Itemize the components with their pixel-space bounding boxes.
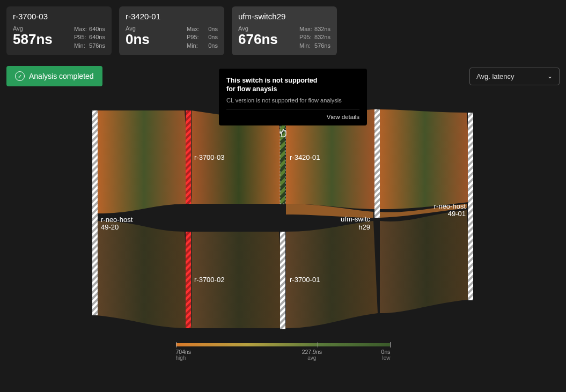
label-r-neo-host-49-20-l1: r-neo-host (101, 216, 133, 224)
tooltip-subtitle: CL version is not supported for flow ana… (226, 97, 359, 109)
max-value: 832ns (314, 25, 330, 33)
stat-title: r-3700-03 (13, 12, 105, 21)
min-label: Min: (74, 42, 85, 50)
min-label: Min: (299, 42, 311, 50)
label-r-neo-host-49-20-l2: 49-20 (101, 223, 119, 231)
legend-low-label: low (381, 355, 391, 361)
label-r-neo-host-49-01-l1: r-neo-host (434, 202, 466, 210)
node-r-3420-01[interactable] (280, 123, 285, 204)
analysis-status-pill: ✓ Analysis completed (6, 66, 102, 86)
label-r-neo-host-49-01-l2: 49-01 (448, 210, 466, 218)
label-r-3420-01: r-3420-01 (290, 153, 320, 161)
label-r-3700-03: r-3700-03 (194, 153, 224, 161)
tooltip-title-l2: for flow anaysis (226, 85, 277, 93)
label-r-3700-02: r-3700-02 (194, 276, 224, 284)
avg-value: 587ns (13, 32, 53, 47)
min-value: 576ns (89, 42, 105, 50)
p95-label: P95: (299, 33, 312, 41)
max-label: Max: (299, 25, 312, 33)
min-label: Min: (187, 42, 198, 50)
legend-high-label: high (176, 355, 192, 361)
max-value: 640ns (89, 25, 105, 33)
legend-avg-label: avg (302, 355, 322, 361)
label-ufm-switch29-l1: ufm-switc (341, 215, 370, 223)
metric-dropdown[interactable]: Avg. latency ⌄ (469, 68, 560, 85)
avg-value: 676ns (238, 32, 278, 47)
stat-title: r-3420-01 (126, 12, 218, 21)
label-ufm-switch29-l2: h29 (358, 223, 370, 231)
max-label: Max: (187, 25, 200, 33)
node-r-3700-01[interactable] (280, 232, 285, 329)
stat-card-ufm-switch29[interactable]: ufm-switch29 Avg 676ns Max:832ns P95:832… (232, 6, 337, 55)
p95-value: 832ns (314, 33, 330, 41)
stat-card-r-3700-03[interactable]: r-3700-03 Avg 587ns Max:640ns P95:640ns … (6, 6, 112, 55)
dropdown-label: Avg. latency (476, 72, 514, 80)
legend: 704ns high 227.9ns avg 0ns low (0, 343, 566, 361)
min-value: 0ns (208, 42, 218, 50)
legend-high-value: 704ns (176, 349, 192, 355)
flow-graph[interactable]: r-neo-host 49-20 r-3700-03 r-3420-01 ufm… (0, 107, 566, 332)
node-ufm-switch29[interactable] (374, 109, 380, 218)
view-details-link[interactable]: View details (226, 114, 359, 120)
stats-row: r-3700-03 Avg 587ns Max:640ns P95:640ns … (0, 0, 566, 62)
max-value: 0ns (208, 25, 218, 33)
node-r-neo-host-49-20[interactable] (92, 110, 98, 315)
min-value: 576ns (314, 42, 330, 50)
tooltip-title: This switch is not supported for flow an… (226, 76, 359, 94)
p95-value: 0ns (208, 33, 218, 41)
tooltip-title-l1: This switch is not supported (226, 77, 317, 84)
tooltip: This switch is not supported for flow an… (219, 69, 367, 125)
status-text: Analysis completed (29, 72, 94, 80)
check-icon: ✓ (15, 71, 25, 81)
node-r-3700-03[interactable] (186, 110, 191, 204)
node-r-neo-host-49-01[interactable] (468, 113, 473, 300)
stat-title: ufm-switch29 (238, 12, 330, 21)
avg-value: 0ns (126, 32, 150, 47)
p95-value: 640ns (89, 33, 105, 41)
p95-label: P95: (74, 33, 86, 41)
p95-label: P95: (187, 33, 199, 41)
chevron-down-icon: ⌄ (547, 72, 553, 80)
legend-bar (176, 343, 391, 346)
max-label: Max: (74, 25, 87, 33)
label-r-3700-01: r-3700-01 (290, 276, 320, 284)
node-r-3700-02[interactable] (186, 232, 191, 328)
legend-low-value: 0ns (381, 349, 391, 355)
stat-card-r-3420-01[interactable]: r-3420-01 Avg 0ns Max:0ns P95:0ns Min:0n… (119, 6, 224, 55)
legend-avg-value: 227.9ns (302, 349, 322, 355)
